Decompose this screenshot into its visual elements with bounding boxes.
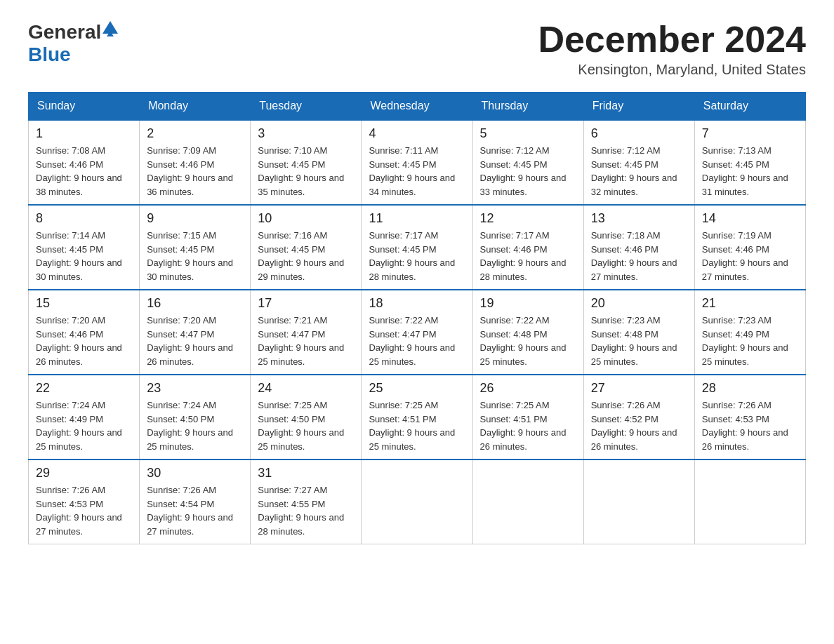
day-info: Sunrise: 7:26 AMSunset: 4:52 PMDaylight:… — [591, 398, 687, 453]
day-number: 5 — [480, 126, 576, 141]
calendar-day-cell: 25Sunrise: 7:25 AMSunset: 4:51 PMDayligh… — [362, 375, 472, 459]
location-subtitle: Kensington, Maryland, United States — [538, 62, 806, 78]
day-info: Sunrise: 7:11 AMSunset: 4:45 PMDaylight:… — [369, 144, 465, 199]
day-info: Sunrise: 7:10 AMSunset: 4:45 PMDaylight:… — [258, 144, 354, 199]
calendar-day-cell: 26Sunrise: 7:25 AMSunset: 4:51 PMDayligh… — [472, 375, 583, 459]
day-number: 9 — [147, 211, 243, 226]
calendar-day-cell: 1Sunrise: 7:08 AMSunset: 4:46 PMDaylight… — [29, 120, 140, 205]
day-number: 25 — [369, 381, 465, 396]
weekday-header-wednesday: Wednesday — [362, 93, 472, 121]
day-info: Sunrise: 7:23 AMSunset: 4:48 PMDaylight:… — [591, 314, 687, 368]
day-number: 29 — [36, 466, 132, 481]
calendar-day-cell: 13Sunrise: 7:18 AMSunset: 4:46 PMDayligh… — [583, 205, 694, 290]
day-number: 14 — [702, 211, 798, 226]
calendar-day-cell: 17Sunrise: 7:21 AMSunset: 4:47 PMDayligh… — [251, 290, 362, 375]
day-info: Sunrise: 7:23 AMSunset: 4:49 PMDaylight:… — [702, 314, 798, 368]
day-info: Sunrise: 7:20 AMSunset: 4:47 PMDaylight:… — [147, 314, 243, 368]
day-number: 28 — [702, 381, 798, 396]
logo-general-text: General — [28, 21, 101, 43]
day-info: Sunrise: 7:12 AMSunset: 4:45 PMDaylight:… — [591, 144, 687, 199]
day-number: 31 — [258, 466, 354, 481]
calendar-day-cell: 3Sunrise: 7:10 AMSunset: 4:45 PMDaylight… — [251, 120, 362, 205]
day-number: 13 — [591, 211, 687, 226]
day-number: 4 — [369, 126, 465, 141]
day-number: 11 — [369, 211, 465, 226]
weekday-header-row: SundayMondayTuesdayWednesdayThursdayFrid… — [29, 93, 806, 121]
day-number: 27 — [591, 381, 687, 396]
calendar-day-cell: 5Sunrise: 7:12 AMSunset: 4:45 PMDaylight… — [472, 120, 583, 205]
calendar-day-cell: 4Sunrise: 7:11 AMSunset: 4:45 PMDaylight… — [362, 120, 472, 205]
day-number: 8 — [36, 211, 132, 226]
day-info: Sunrise: 7:24 AMSunset: 4:50 PMDaylight:… — [147, 398, 243, 453]
calendar-week-row: 1Sunrise: 7:08 AMSunset: 4:46 PMDaylight… — [29, 120, 806, 205]
weekday-header-saturday: Saturday — [694, 93, 805, 121]
day-info: Sunrise: 7:21 AMSunset: 4:47 PMDaylight:… — [258, 314, 354, 368]
calendar-week-row: 15Sunrise: 7:20 AMSunset: 4:46 PMDayligh… — [29, 290, 806, 375]
day-info: Sunrise: 7:13 AMSunset: 4:45 PMDaylight:… — [702, 144, 798, 199]
logo-blue-text: Blue — [28, 43, 71, 65]
day-info: Sunrise: 7:26 AMSunset: 4:53 PMDaylight:… — [702, 398, 798, 453]
calendar-day-cell — [583, 459, 694, 544]
calendar-day-cell: 23Sunrise: 7:24 AMSunset: 4:50 PMDayligh… — [140, 375, 251, 459]
day-number: 2 — [147, 126, 243, 141]
day-info: Sunrise: 7:26 AMSunset: 4:54 PMDaylight:… — [147, 483, 243, 538]
day-info: Sunrise: 7:25 AMSunset: 4:51 PMDaylight:… — [369, 398, 465, 453]
calendar-day-cell: 27Sunrise: 7:26 AMSunset: 4:52 PMDayligh… — [583, 375, 694, 459]
day-number: 1 — [36, 126, 132, 141]
calendar-day-cell: 15Sunrise: 7:20 AMSunset: 4:46 PMDayligh… — [29, 290, 140, 375]
day-number: 18 — [369, 296, 465, 311]
day-info: Sunrise: 7:18 AMSunset: 4:46 PMDaylight:… — [591, 229, 687, 283]
day-info: Sunrise: 7:19 AMSunset: 4:46 PMDaylight:… — [702, 229, 798, 283]
title-area: December 2024 Kensington, Maryland, Unit… — [538, 21, 806, 78]
page-header: General Blue December 2024 Kensington, M… — [28, 21, 806, 78]
calendar-day-cell: 24Sunrise: 7:25 AMSunset: 4:50 PMDayligh… — [251, 375, 362, 459]
calendar-day-cell: 21Sunrise: 7:23 AMSunset: 4:49 PMDayligh… — [694, 290, 805, 375]
day-info: Sunrise: 7:09 AMSunset: 4:46 PMDaylight:… — [147, 144, 243, 199]
logo-icon — [102, 21, 118, 36]
calendar-week-row: 22Sunrise: 7:24 AMSunset: 4:49 PMDayligh… — [29, 375, 806, 459]
day-info: Sunrise: 7:12 AMSunset: 4:45 PMDaylight:… — [480, 144, 576, 199]
day-number: 15 — [36, 296, 132, 311]
weekday-header-friday: Friday — [583, 93, 694, 121]
calendar-day-cell: 11Sunrise: 7:17 AMSunset: 4:45 PMDayligh… — [362, 205, 472, 290]
calendar-day-cell: 31Sunrise: 7:27 AMSunset: 4:55 PMDayligh… — [251, 459, 362, 544]
day-number: 19 — [480, 296, 576, 311]
day-info: Sunrise: 7:27 AMSunset: 4:55 PMDaylight:… — [258, 483, 354, 538]
day-info: Sunrise: 7:22 AMSunset: 4:47 PMDaylight:… — [369, 314, 465, 368]
day-info: Sunrise: 7:15 AMSunset: 4:45 PMDaylight:… — [147, 229, 243, 283]
calendar-week-row: 29Sunrise: 7:26 AMSunset: 4:53 PMDayligh… — [29, 459, 806, 544]
weekday-header-monday: Monday — [140, 93, 251, 121]
calendar-day-cell: 19Sunrise: 7:22 AMSunset: 4:48 PMDayligh… — [472, 290, 583, 375]
day-info: Sunrise: 7:16 AMSunset: 4:45 PMDaylight:… — [258, 229, 354, 283]
day-info: Sunrise: 7:20 AMSunset: 4:46 PMDaylight:… — [36, 314, 132, 368]
calendar-day-cell: 2Sunrise: 7:09 AMSunset: 4:46 PMDaylight… — [140, 120, 251, 205]
calendar-day-cell — [694, 459, 805, 544]
month-title: December 2024 — [538, 21, 806, 58]
day-info: Sunrise: 7:25 AMSunset: 4:50 PMDaylight:… — [258, 398, 354, 453]
day-number: 21 — [702, 296, 798, 311]
weekday-header-thursday: Thursday — [472, 93, 583, 121]
weekday-header-tuesday: Tuesday — [251, 93, 362, 121]
calendar-day-cell: 18Sunrise: 7:22 AMSunset: 4:47 PMDayligh… — [362, 290, 472, 375]
day-number: 20 — [591, 296, 687, 311]
day-info: Sunrise: 7:17 AMSunset: 4:45 PMDaylight:… — [369, 229, 465, 283]
day-number: 26 — [480, 381, 576, 396]
day-number: 10 — [258, 211, 354, 226]
day-info: Sunrise: 7:24 AMSunset: 4:49 PMDaylight:… — [36, 398, 132, 453]
calendar-day-cell: 16Sunrise: 7:20 AMSunset: 4:47 PMDayligh… — [140, 290, 251, 375]
day-number: 22 — [36, 381, 132, 396]
day-number: 16 — [147, 296, 243, 311]
day-number: 24 — [258, 381, 354, 396]
calendar-day-cell: 10Sunrise: 7:16 AMSunset: 4:45 PMDayligh… — [251, 205, 362, 290]
calendar-day-cell: 30Sunrise: 7:26 AMSunset: 4:54 PMDayligh… — [140, 459, 251, 544]
calendar-day-cell: 14Sunrise: 7:19 AMSunset: 4:46 PMDayligh… — [694, 205, 805, 290]
day-info: Sunrise: 7:08 AMSunset: 4:46 PMDaylight:… — [36, 144, 132, 199]
calendar-week-row: 8Sunrise: 7:14 AMSunset: 4:45 PMDaylight… — [29, 205, 806, 290]
calendar-day-cell — [362, 459, 472, 544]
day-number: 30 — [147, 466, 243, 481]
calendar-day-cell: 29Sunrise: 7:26 AMSunset: 4:53 PMDayligh… — [29, 459, 140, 544]
day-info: Sunrise: 7:22 AMSunset: 4:48 PMDaylight:… — [480, 314, 576, 368]
calendar-day-cell: 7Sunrise: 7:13 AMSunset: 4:45 PMDaylight… — [694, 120, 805, 205]
day-number: 17 — [258, 296, 354, 311]
day-number: 23 — [147, 381, 243, 396]
